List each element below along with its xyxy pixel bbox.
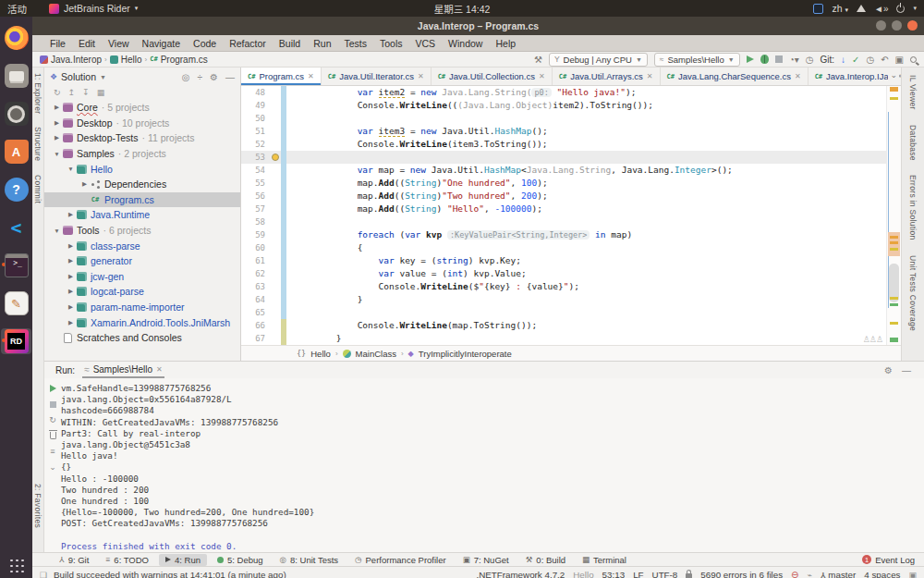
tree-item-dependencies[interactable]: ▶Dependencies <box>44 177 240 192</box>
solution-panel-header[interactable]: ❖ Solution ▼ ◎ ÷ ⚙ — <box>44 68 240 86</box>
minimize-button[interactable] <box>876 20 886 31</box>
tree-item-xamarin-android-tools-jnimarsh[interactable]: ▶Xamarin.Android.Tools.JniMarsh <box>44 314 240 330</box>
activities-button[interactable]: 活动 <box>7 2 27 16</box>
tree-item-scratches-and-consoles[interactable]: Scratches and Consoles <box>44 330 240 346</box>
tree-item-hello[interactable]: ▼Hello <box>44 161 240 177</box>
gear-icon[interactable]: ⚙ <box>210 72 218 82</box>
menu-item-help[interactable]: Help <box>489 38 522 49</box>
build-status-message[interactable]: Build succeeded with warnings at 14:41:0… <box>54 570 286 578</box>
tool-window-button-9-git[interactable]: Y9: Git <box>53 554 95 566</box>
code-line-48[interactable]: 48 var item2 = new Java.Lang.String(p0: … <box>241 86 886 99</box>
toolbar-breadcrumb-1[interactable]: Hello <box>110 55 142 65</box>
stop-button[interactable] <box>775 55 783 63</box>
tool-window-button-0-build[interactable]: ⚒0: Build <box>519 554 572 566</box>
tree-item-generator[interactable]: ▶generator <box>44 253 240 269</box>
stripe-button-1-explorer[interactable]: 1: Explorer <box>33 73 43 114</box>
highlighting-level-icon[interactable]: ⊖ <box>791 570 798 578</box>
menu-item-tools[interactable]: Tools <box>373 38 409 49</box>
code-line-53[interactable]: 53 <box>241 151 886 164</box>
close-tab-icon[interactable]: ✕ <box>647 72 653 80</box>
restore-layout-icon[interactable]: ↻ <box>49 415 56 424</box>
editor-tab-java-lang-charsequence-cs[interactable]: C#Java.Lang.CharSequence.cs✕ <box>661 68 808 85</box>
input-lang-button[interactable]: zh ▾ <box>832 3 848 14</box>
editor-tab-program-cs[interactable]: C#Program.cs✕ <box>241 68 322 85</box>
code-line-63[interactable]: 63 Console.WriteLine($"{key} : {value}")… <box>241 280 886 293</box>
code-line-60[interactable]: 60 { <box>241 241 886 254</box>
editor-tab-java-util-iterator-cs[interactable]: C#Java.Util.Iterator.cs✕ <box>322 68 432 85</box>
os-clock[interactable]: 星期三 14:42 <box>0 2 924 16</box>
menu-item-file[interactable]: File <box>43 38 72 49</box>
close-button[interactable] <box>907 20 918 31</box>
close-tab-icon[interactable]: ✕ <box>795 72 801 80</box>
tool-window-button-8-unit-tests[interactable]: ◎8: Unit Tests <box>274 554 346 566</box>
tree-toggle-icon[interactable]: ▼ <box>66 166 76 172</box>
tree-item-samples[interactable]: ▼Samples· 2 projects <box>44 146 240 162</box>
search-everywhere-button[interactable] <box>910 56 917 63</box>
volume-icon[interactable]: ◄» <box>874 4 888 14</box>
code-line-51[interactable]: 51 var item3 = new Java.Util.HashMap(); <box>241 125 886 138</box>
tree-item-param-name-importer[interactable]: ▶param-name-importer <box>44 300 240 315</box>
hidden-tabs-chevron-icon[interactable]: ⌄ <box>888 70 899 80</box>
menu-item-build[interactable]: Build <box>273 38 307 49</box>
power-icon[interactable] <box>896 5 905 13</box>
stripe-button-unit-tests-coverage[interactable]: Unit Tests Coverage <box>908 255 918 331</box>
debug-button[interactable] <box>760 55 769 64</box>
git-branch-widget[interactable]: Y master <box>821 570 856 578</box>
tool-window-toggle-icon[interactable]: ❏ <box>40 571 47 578</box>
editor-breadcrumb-2[interactable]: TryImplicitlyInteroperate <box>419 349 512 359</box>
toolbar-breadcrumb-0[interactable]: Java.Interop <box>40 55 102 65</box>
menu-item-refactor[interactable]: Refactor <box>223 38 273 49</box>
git-update-button[interactable]: ↓ <box>841 55 845 65</box>
editor-breadcrumb-1[interactable]: MainClass <box>356 349 396 359</box>
tree-toggle-icon[interactable]: ▶ <box>66 242 76 250</box>
menu-item-view[interactable]: View <box>102 38 136 49</box>
run-console-output[interactable]: vm.SafeHandle=139988775768256java.lang.O… <box>61 378 924 552</box>
menu-item-navigate[interactable]: Navigate <box>136 38 187 49</box>
stripe-button-il-viewer[interactable]: IL Viewer <box>908 75 918 110</box>
stop-process-button[interactable] <box>50 400 56 409</box>
stripe-button-favorites[interactable]: 2: Favorites <box>33 484 43 528</box>
menu-item-window[interactable]: Window <box>442 38 489 49</box>
close-tab-icon[interactable]: ✕ <box>308 72 314 80</box>
notifications-icon[interactable]: ▣ <box>908 571 917 578</box>
stripe-button-structure[interactable]: Structure <box>33 127 43 161</box>
tool-window-button-performance-profiler[interactable]: ◷Performance Profiler <box>348 554 453 566</box>
tree-item-desktop[interactable]: ▶Desktop· 10 projects <box>44 116 240 131</box>
close-tab-icon[interactable]: ✕ <box>418 72 424 80</box>
dock-item-vscode[interactable]: < <box>1 215 31 240</box>
stripe-button-database[interactable]: Database <box>908 125 918 161</box>
tree-item-jcw-gen[interactable]: ▶jcw-gen <box>44 269 240 285</box>
tree-toggle-icon[interactable]: ▶ <box>52 134 62 141</box>
tree-item-core[interactable]: ▶Core· 5 projects <box>44 100 240 116</box>
code-line-55[interactable]: 55 map.Add((String)"One hundred", 100); <box>241 177 886 190</box>
run-tab[interactable]: ≈ Samples\Hello ✕ <box>82 362 164 378</box>
code-line-49[interactable]: 49 Console.WriteLine(((Java.Lang.Object)… <box>241 99 886 112</box>
menu-item-edit[interactable]: Edit <box>72 38 102 49</box>
tree-item-class-parse[interactable]: ▶class-parse <box>44 238 240 253</box>
dock-item-firefox[interactable] <box>1 25 31 51</box>
dock-item-help[interactable]: ? <box>1 177 31 203</box>
profiler-button[interactable]: ◷ <box>806 55 814 65</box>
dock-item-editor[interactable]: ✎ <box>1 290 31 316</box>
toolbar-breadcrumb-2[interactable]: C#Program.cs <box>150 55 208 65</box>
history-button[interactable]: ◷ <box>866 55 874 65</box>
dock-item-music[interactable] <box>1 101 31 127</box>
collapse-all-icon[interactable]: ÷ <box>198 72 203 82</box>
errors-widget[interactable]: 5690 errors in 6 files <box>700 570 783 578</box>
maximize-button[interactable] <box>892 20 902 31</box>
tree-item-java-runtime[interactable]: ▶Java.Runtime <box>44 207 240 223</box>
stripe-button-commit[interactable]: Commit <box>33 175 43 203</box>
keyboard-layout-icon[interactable] <box>813 4 823 14</box>
tool-window-button-7-nuget[interactable]: ▣7: NuGet <box>456 554 516 566</box>
window-title-bar[interactable]: Java.Interop – Program.cs <box>32 17 924 35</box>
dock-item-rider[interactable]: RD <box>1 328 31 354</box>
system-menu-chevron-icon[interactable]: ▾ <box>913 5 917 12</box>
clear-output-icon[interactable] <box>50 431 56 440</box>
tool-window-button-6-todo[interactable]: ≡6: TODO <box>99 554 155 566</box>
code-line-57[interactable]: 57 map.Add((String) "Hello", -100000); <box>241 203 886 215</box>
tree-item-tools[interactable]: ▼Tools· 6 projects <box>44 223 240 239</box>
sync-icon[interactable]: ↻ <box>54 88 61 97</box>
dock-item-software[interactable]: A <box>1 139 31 165</box>
menu-item-code[interactable]: Code <box>187 38 223 49</box>
tool-window-button-5-debug[interactable]: 5: Debug <box>211 554 270 566</box>
